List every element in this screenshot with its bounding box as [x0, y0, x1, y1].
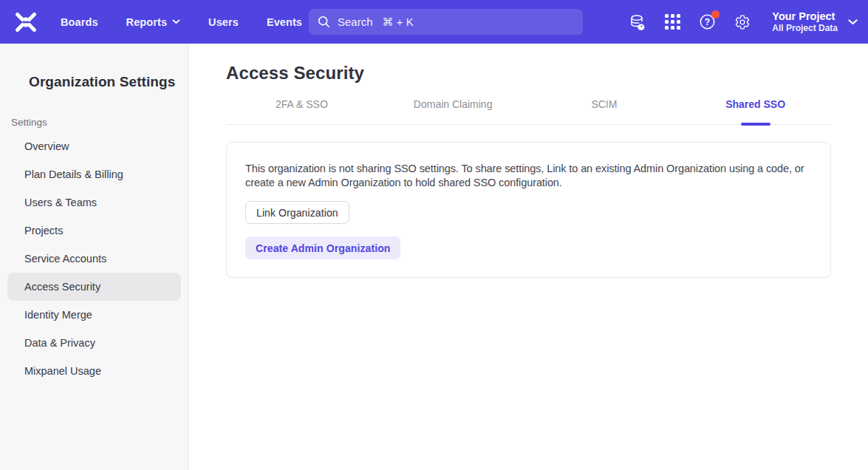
tab-label: SCIM: [591, 98, 617, 110]
sidebar-item-access-security[interactable]: Access Security: [7, 273, 181, 301]
nav-item-reports[interactable]: Reports: [126, 16, 181, 28]
project-data-scope: All Project Data: [772, 23, 838, 34]
link-organization-button[interactable]: Link Organization: [245, 201, 349, 224]
search-placeholder: Search: [338, 16, 373, 28]
sidebar-nav-list: Overview Plan Details & Billing Users & …: [0, 132, 188, 385]
nav-item-boards[interactable]: Boards: [61, 16, 98, 28]
nav-right-controls: ? Your Project All Project Data: [629, 0, 858, 44]
settings-sidebar: Organization Settings Settings Overview …: [0, 44, 189, 470]
search-icon: [318, 16, 330, 28]
tab-label: Domain Claiming: [414, 98, 493, 110]
chevron-down-icon: [848, 19, 858, 25]
svg-text:?: ?: [705, 17, 710, 27]
sidebar-item-users-teams[interactable]: Users & Teams: [7, 188, 181, 217]
tab-2fa-sso[interactable]: 2FA & SSO: [226, 98, 377, 124]
project-name: Your Project: [772, 10, 838, 23]
chevron-down-icon: [172, 19, 180, 24]
create-admin-organization-button[interactable]: Create Admin Organization: [245, 236, 400, 259]
tab-shared-sso[interactable]: Shared SSO: [680, 98, 831, 124]
sidebar-title: Organization Settings: [0, 44, 188, 90]
shared-sso-card: This organization is not sharing SSO set…: [226, 142, 831, 278]
nav-item-label: Users: [208, 16, 239, 28]
nav-item-users[interactable]: Users: [208, 16, 239, 28]
sidebar-item-mixpanel-usage[interactable]: Mixpanel Usage: [7, 357, 181, 385]
nav-item-events[interactable]: Events: [267, 16, 302, 28]
tab-scim[interactable]: SCIM: [529, 98, 680, 124]
data-management-icon[interactable]: [629, 13, 646, 31]
tab-label: Shared SSO: [725, 98, 785, 110]
settings-icon[interactable]: [734, 14, 751, 30]
nav-item-label: Reports: [126, 16, 168, 28]
search-input[interactable]: Search ⌘ + K: [309, 9, 583, 35]
search-shortcut: ⌘ + K: [383, 16, 414, 29]
main-content: Access Security 2FA & SSO Domain Claimin…: [189, 44, 868, 470]
page-title: Access Security: [226, 63, 831, 84]
sidebar-item-data-privacy[interactable]: Data & Privacy: [7, 329, 181, 357]
shared-sso-description: This organization is not sharing SSO set…: [245, 162, 808, 190]
tab-domain-claiming[interactable]: Domain Claiming: [377, 98, 529, 124]
help-icon[interactable]: ?: [699, 13, 716, 30]
active-tab-indicator: [741, 123, 770, 126]
tab-bar: 2FA & SSO Domain Claiming SCIM Shared SS…: [226, 98, 831, 125]
sidebar-item-identity-merge[interactable]: Identity Merge: [7, 301, 181, 329]
mixpanel-logo-icon[interactable]: [13, 11, 40, 33]
apps-grid-icon[interactable]: [665, 14, 680, 30]
sidebar-item-service-accounts[interactable]: Service Accounts: [7, 245, 181, 273]
tab-label: 2FA & SSO: [276, 98, 328, 110]
primary-nav-links: Boards Reports Users Events: [61, 16, 302, 28]
nav-item-label: Boards: [61, 16, 98, 28]
sidebar-item-plan-details-billing[interactable]: Plan Details & Billing: [7, 160, 181, 188]
top-navigation: Boards Reports Users Events Search ⌘ + K: [0, 0, 868, 44]
sidebar-item-projects[interactable]: Projects: [7, 217, 181, 245]
project-switcher[interactable]: Your Project All Project Data: [772, 10, 858, 34]
nav-item-label: Events: [267, 16, 302, 28]
sidebar-section-label: Settings: [11, 117, 188, 128]
notification-badge: [711, 10, 720, 18]
sidebar-item-overview[interactable]: Overview: [7, 132, 181, 160]
